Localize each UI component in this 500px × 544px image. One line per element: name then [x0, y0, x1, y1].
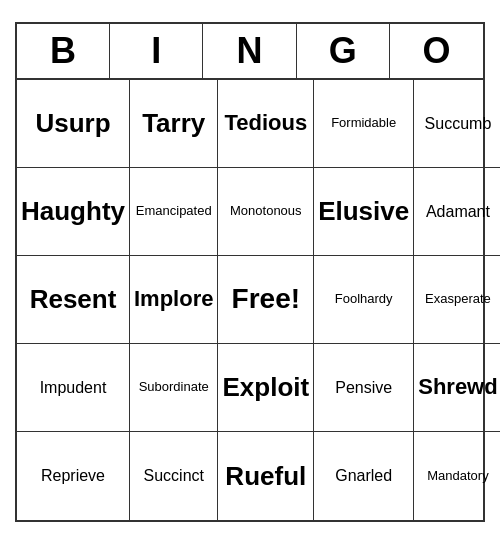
cell-text: Reprieve [41, 467, 105, 485]
bingo-cell: Free! [218, 256, 314, 344]
header-letter: B [17, 24, 110, 78]
cell-text: Free! [232, 284, 300, 315]
cell-text: Haughty [21, 197, 125, 226]
cell-text: Elusive [318, 197, 409, 226]
bingo-cell: Haughty [17, 168, 130, 256]
bingo-cell: Usurp [17, 80, 130, 168]
header-letter: G [297, 24, 390, 78]
bingo-header: BINGO [17, 24, 483, 80]
bingo-cell: Formidable [314, 80, 414, 168]
bingo-cell: Reprieve [17, 432, 130, 520]
bingo-cell: Tarry [130, 80, 218, 168]
cell-text: Exasperate [425, 292, 491, 306]
cell-text: Formidable [331, 116, 396, 130]
cell-text: Adamant [426, 203, 490, 221]
cell-text: Resent [30, 285, 117, 314]
bingo-cell: Implore [130, 256, 218, 344]
bingo-cell: Foolhardy [314, 256, 414, 344]
cell-text: Impudent [40, 379, 107, 397]
bingo-cell: Pensive [314, 344, 414, 432]
cell-text: Subordinate [139, 380, 209, 394]
cell-text: Implore [134, 287, 213, 311]
bingo-cell: Succinct [130, 432, 218, 520]
bingo-cell: Emancipated [130, 168, 218, 256]
header-letter: I [110, 24, 203, 78]
bingo-cell: Impudent [17, 344, 130, 432]
bingo-cell: Exasperate [414, 256, 500, 344]
cell-text: Monotonous [230, 204, 302, 218]
cell-text: Tedious [224, 111, 307, 135]
bingo-cell: Gnarled [314, 432, 414, 520]
bingo-cell: Monotonous [218, 168, 314, 256]
cell-text: Mandatory [427, 469, 488, 483]
bingo-grid: UsurpTarryTediousFormidableSuccumbHaught… [17, 80, 483, 520]
bingo-cell: Tedious [218, 80, 314, 168]
bingo-cell: Shrewd [414, 344, 500, 432]
bingo-cell: Adamant [414, 168, 500, 256]
cell-text: Gnarled [335, 467, 392, 485]
cell-text: Tarry [142, 109, 205, 138]
bingo-cell: Elusive [314, 168, 414, 256]
header-letter: O [390, 24, 483, 78]
cell-text: Emancipated [136, 204, 212, 218]
cell-text: Shrewd [418, 375, 497, 399]
bingo-cell: Rueful [218, 432, 314, 520]
cell-text: Succinct [144, 467, 204, 485]
bingo-cell: Subordinate [130, 344, 218, 432]
header-letter: N [203, 24, 296, 78]
bingo-cell: Resent [17, 256, 130, 344]
bingo-cell: Exploit [218, 344, 314, 432]
bingo-card: BINGO UsurpTarryTediousFormidableSuccumb… [15, 22, 485, 522]
cell-text: Foolhardy [335, 292, 393, 306]
cell-text: Pensive [335, 379, 392, 397]
cell-text: Rueful [225, 462, 306, 491]
bingo-cell: Succumb [414, 80, 500, 168]
cell-text: Succumb [425, 115, 492, 133]
cell-text: Exploit [222, 373, 309, 402]
bingo-cell: Mandatory [414, 432, 500, 520]
cell-text: Usurp [35, 109, 110, 138]
